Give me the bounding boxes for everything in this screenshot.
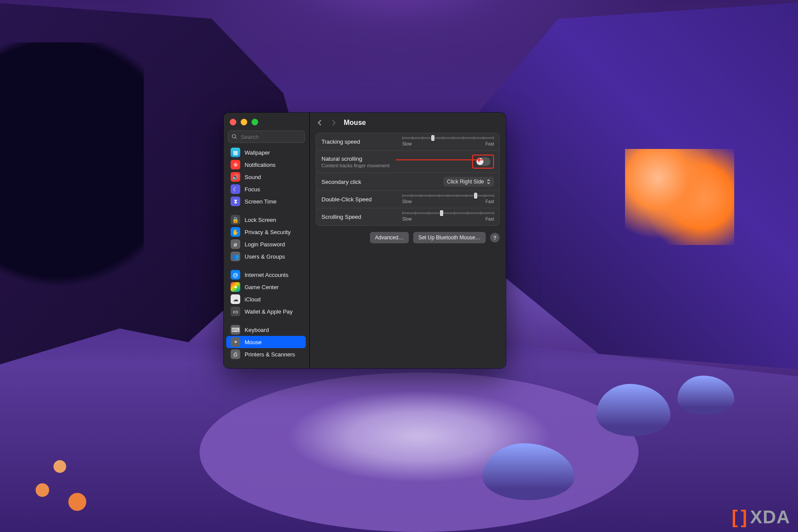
xda-watermark: [ ] XDA — [732, 507, 790, 528]
tracking-speed-slider[interactable] — [402, 137, 494, 139]
sidebar-item-label: Keyboard — [245, 327, 269, 333]
scrolling-speed-label: Scrolling Speed — [321, 214, 398, 220]
scroll-min: Slow — [402, 217, 412, 221]
annotation-arrow — [396, 159, 483, 160]
secondary-click-label: Secondary click — [321, 179, 398, 185]
natural-scrolling-label: Natural scrolling — [321, 155, 362, 162]
window-controls — [224, 113, 309, 129]
sidebar-item-loginpw[interactable]: ⌀Login Password — [226, 238, 306, 250]
sidebar-item-label: Mouse — [245, 339, 262, 345]
sidebar-item-keyboard[interactable]: ⌨Keyboard — [226, 324, 306, 336]
hand-icon: ✋ — [231, 227, 240, 237]
tracking-speed-label: Tracking speed — [321, 138, 398, 145]
sidebar-item-label: Internet Accounts — [245, 272, 288, 278]
sidebar-item-wallet[interactable]: ▭Wallet & Apple Pay — [226, 305, 306, 318]
sidebar-item-label: Screen Time — [245, 198, 276, 205]
sidebar-item-icloud[interactable]: ☁iCloud — [226, 293, 306, 305]
help-button[interactable]: ? — [490, 233, 500, 242]
double-click-slider[interactable] — [402, 195, 494, 197]
back-button[interactable] — [316, 119, 324, 127]
card-icon: ▭ — [231, 307, 240, 316]
mouse-icon: ⌖ — [231, 337, 240, 347]
sidebar-item-label: Wallet & Apple Pay — [245, 308, 293, 315]
search-input[interactable] — [228, 131, 305, 143]
setup-bluetooth-mouse-button[interactable]: Set Up Bluetooth Mouse… — [413, 232, 486, 243]
zoom-button[interactable] — [252, 119, 258, 125]
moon-icon: ☾ — [231, 184, 240, 194]
sidebar-item-users[interactable]: 👥Users & Groups — [226, 250, 306, 263]
sidebar-search — [228, 131, 305, 143]
close-button[interactable] — [230, 119, 236, 125]
kb-icon: ⌨ — [231, 325, 240, 335]
double-min: Slow — [402, 199, 412, 204]
advanced-button[interactable]: Advanced… — [370, 232, 409, 243]
sidebar-item-label: Lock Screen — [245, 217, 276, 223]
sidebar-item-screentime[interactable]: ⧗Screen Time — [226, 195, 306, 207]
sidebar-item-internet[interactable]: @Internet Accounts — [226, 269, 306, 281]
search-icon — [231, 134, 238, 140]
row-scrolling-speed: Scrolling Speed Slow Fast — [316, 208, 499, 225]
key-icon: ⌀ — [231, 239, 240, 249]
footer: Advanced… Set Up Bluetooth Mouse… ? — [310, 226, 506, 249]
sidebar-item-label: Sound — [245, 174, 261, 180]
double-max: Fast — [486, 199, 494, 204]
sidebar-item-label: Privacy & Security — [245, 229, 290, 235]
bell-icon: ※ — [231, 160, 240, 169]
sidebar-item-lock[interactable]: 🔒Lock Screen — [226, 214, 306, 226]
scroll-max: Fast — [486, 217, 494, 221]
secondary-click-value: Click Right Side — [447, 179, 484, 185]
sidebar-item-label: Printers & Scanners — [245, 351, 295, 358]
row-secondary-click: Secondary click Click Right Side — [316, 173, 499, 190]
sidebar-item-printers[interactable]: ⎙Printers & Scanners — [226, 348, 306, 360]
sidebar-item-gamecenter[interactable]: ✦Game Center — [226, 281, 306, 293]
sidebar-item-label: Game Center — [245, 284, 279, 290]
natural-scrolling-sub: Content tracks finger movement — [321, 163, 398, 168]
hour-icon: ⧗ — [231, 197, 240, 206]
tracking-min: Slow — [402, 142, 412, 146]
sidebar-item-focus[interactable]: ☾Focus — [226, 183, 306, 195]
sidebar-item-wallpaper[interactable]: ▦Wallpaper — [226, 146, 306, 159]
content-pane: Mouse Tracking speed Slow Fast — [310, 113, 506, 368]
secondary-click-select[interactable]: Click Right Side — [443, 177, 494, 187]
sidebar: ▦Wallpaper※Notifications🔊Sound☾Focus⧗Scr… — [224, 113, 310, 368]
game-icon: ✦ — [231, 282, 240, 292]
row-natural-scrolling: Natural scrolling Content tracks finger … — [316, 150, 499, 173]
image-icon: ▦ — [231, 148, 240, 157]
system-settings-window: ▦Wallpaper※Notifications🔊Sound☾Focus⧗Scr… — [224, 113, 506, 368]
tracking-max: Fast — [486, 142, 494, 146]
minimize-button[interactable] — [241, 119, 247, 125]
sidebar-item-label: Users & Groups — [245, 253, 285, 260]
sidebar-item-sound[interactable]: 🔊Sound — [226, 171, 306, 183]
titlebar: Mouse — [310, 113, 506, 133]
at-icon: @ — [231, 270, 240, 280]
sidebar-item-label: Focus — [245, 186, 260, 193]
speaker-icon: 🔊 — [231, 172, 240, 182]
page-title: Mouse — [344, 119, 366, 127]
lock-icon: 🔒 — [231, 215, 240, 225]
sidebar-item-label: Notifications — [245, 162, 276, 168]
sidebar-item-label: Login Password — [245, 241, 285, 248]
cloud-icon: ☁ — [231, 294, 240, 304]
sidebar-item-mouse[interactable]: ⌖Mouse — [226, 336, 306, 348]
sidebar-item-label: iCloud — [245, 296, 261, 303]
row-double-click-speed: Double-Click Speed Slow Fast — [316, 190, 499, 208]
sidebar-item-notif[interactable]: ※Notifications — [226, 159, 306, 171]
sidebar-item-privacy[interactable]: ✋Privacy & Security — [226, 226, 306, 238]
sidebar-item-label: Wallpaper — [245, 149, 270, 156]
people-icon: 👥 — [231, 252, 240, 261]
row-tracking-speed: Tracking speed Slow Fast — [316, 133, 499, 150]
double-click-label: Double-Click Speed — [321, 196, 398, 203]
chevron-updown-icon — [487, 179, 491, 184]
scrolling-speed-slider[interactable] — [402, 212, 494, 214]
sidebar-list[interactable]: ▦Wallpaper※Notifications🔊Sound☾Focus⧗Scr… — [224, 146, 309, 368]
printer-icon: ⎙ — [231, 349, 240, 359]
forward-button[interactable] — [330, 119, 338, 127]
mouse-settings-panel: Tracking speed Slow Fast Natural — [316, 133, 500, 226]
